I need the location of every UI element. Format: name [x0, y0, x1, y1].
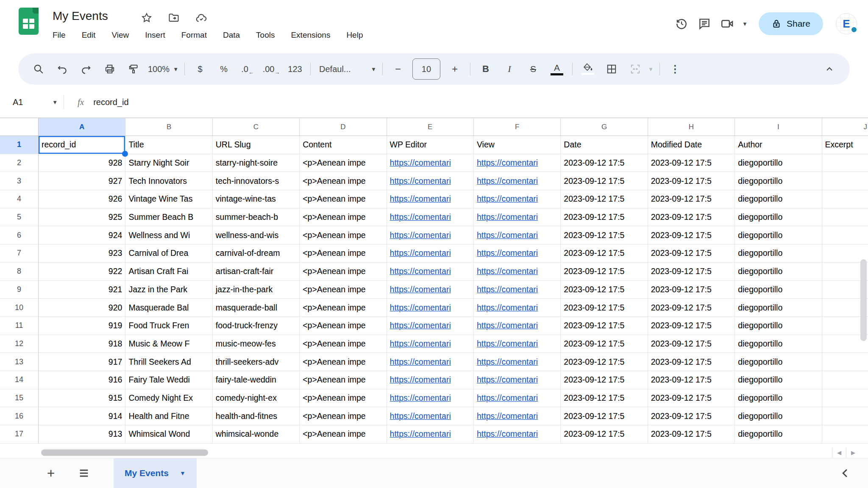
cell-F5[interactable]: https://comentari: [474, 208, 561, 227]
cell-F9[interactable]: https://comentari: [474, 281, 561, 299]
cell-I3[interactable]: diegoportillo: [735, 172, 822, 190]
italic-button[interactable]: I: [500, 59, 519, 79]
cell-I2[interactable]: diegoportillo: [735, 154, 822, 172]
cell-H6[interactable]: 2023-09-12 17:5: [648, 226, 735, 244]
cell-G3[interactable]: 2023-09-12 17:5: [561, 172, 648, 190]
row-header-6[interactable]: 6: [0, 226, 39, 244]
column-header-J[interactable]: J: [822, 118, 868, 136]
cell-H5[interactable]: 2023-09-12 17:5: [648, 208, 735, 227]
cell-A2[interactable]: 928: [39, 154, 125, 172]
row-header-5[interactable]: 5: [0, 208, 39, 227]
increase-font-size-button[interactable]: +: [445, 59, 464, 79]
cell-I5[interactable]: diegoportillo: [735, 208, 822, 227]
cell-F17[interactable]: https://comentari: [474, 425, 561, 444]
show-side-panel-chevron-icon[interactable]: [838, 466, 853, 480]
cell-H12[interactable]: 2023-09-12 17:5: [648, 335, 735, 353]
borders-button[interactable]: [602, 59, 621, 79]
cell-I15[interactable]: diegoportillo: [735, 389, 822, 408]
cell-E16[interactable]: https://comentari: [387, 407, 474, 425]
row-header-1[interactable]: 1: [0, 136, 39, 154]
meet-video-icon[interactable]: [716, 12, 739, 35]
cell-D4[interactable]: <p>Aenean impe: [300, 190, 387, 208]
column-header-F[interactable]: F: [474, 118, 561, 136]
share-button[interactable]: Share: [759, 12, 823, 35]
cell-D10[interactable]: <p>Aenean impe: [300, 299, 387, 317]
cell-B4[interactable]: Vintage Wine Tas: [125, 190, 212, 208]
cell-E7[interactable]: https://comentari: [387, 244, 474, 263]
cell-B12[interactable]: Music & Meow F: [125, 335, 212, 353]
text-color-button[interactable]: A: [548, 59, 566, 79]
meet-dropdown-caret-icon[interactable]: ▼: [742, 21, 748, 27]
cell-E9[interactable]: https://comentari: [387, 281, 474, 299]
cell-A12[interactable]: 918: [39, 335, 125, 353]
cell-D12[interactable]: <p>Aenean impe: [300, 335, 387, 353]
cell-F11[interactable]: https://comentari: [474, 317, 561, 335]
redo-icon[interactable]: [77, 59, 95, 79]
cell-B6[interactable]: Wellness and Wi: [125, 226, 212, 244]
cell-A7[interactable]: 923: [39, 244, 125, 263]
row-header-10[interactable]: 10: [0, 299, 39, 317]
cell-A9[interactable]: 921: [39, 281, 125, 299]
cell-A3[interactable]: 927: [39, 172, 125, 190]
cell-B14[interactable]: Fairy Tale Weddi: [125, 371, 212, 389]
row-header-2[interactable]: 2: [0, 154, 39, 172]
cell-A14[interactable]: 916: [39, 371, 125, 389]
name-box[interactable]: A1 ▼: [0, 97, 64, 107]
cell-G11[interactable]: 2023-09-12 17:5: [561, 317, 648, 335]
row-header-16[interactable]: 16: [0, 407, 39, 425]
cell-E14[interactable]: https://comentari: [387, 371, 474, 389]
cell-F10[interactable]: https://comentari: [474, 299, 561, 317]
cell-E6[interactable]: https://comentari: [387, 226, 474, 244]
cell-H14[interactable]: 2023-09-12 17:5: [648, 371, 735, 389]
cell-D3[interactable]: <p>Aenean impe: [300, 172, 387, 190]
cell-H1[interactable]: Modified Date: [648, 136, 735, 154]
cell-D17[interactable]: <p>Aenean impe: [300, 425, 387, 444]
row-header-3[interactable]: 3: [0, 172, 39, 190]
menu-edit[interactable]: Edit: [82, 30, 96, 40]
cell-I17[interactable]: diegoportillo: [735, 425, 822, 444]
cell-F13[interactable]: https://comentari: [474, 353, 561, 371]
hide-menus-chevron-icon[interactable]: [820, 59, 839, 79]
menu-insert[interactable]: Insert: [145, 30, 165, 40]
cell-E8[interactable]: https://comentari: [387, 263, 474, 281]
cell-C8[interactable]: artisan-craft-fair: [213, 263, 300, 281]
cell-G5[interactable]: 2023-09-12 17:5: [561, 208, 648, 227]
cell-C2[interactable]: starry-night-soire: [213, 154, 300, 172]
cell-E13[interactable]: https://comentari: [387, 353, 474, 371]
cell-A17[interactable]: 913: [39, 425, 125, 444]
cell-D11[interactable]: <p>Aenean impe: [300, 317, 387, 335]
paint-format-icon[interactable]: [124, 59, 143, 79]
cell-F2[interactable]: https://comentari: [474, 154, 561, 172]
row-header-17[interactable]: 17: [0, 425, 39, 444]
cell-C13[interactable]: thrill-seekers-adv: [213, 353, 300, 371]
vertical-scrollbar-thumb[interactable]: [860, 259, 867, 341]
column-header-D[interactable]: D: [300, 118, 387, 136]
vertical-scrollbar[interactable]: [860, 254, 867, 447]
cell-A6[interactable]: 924: [39, 226, 125, 244]
cell-I10[interactable]: diegoportillo: [735, 299, 822, 317]
cell-C16[interactable]: health-and-fitnes: [213, 407, 300, 425]
cell-F12[interactable]: https://comentari: [474, 335, 561, 353]
increase-decimals-button[interactable]: .00→: [262, 59, 281, 79]
cell-B7[interactable]: Carnival of Drea: [125, 244, 212, 263]
cell-A11[interactable]: 919: [39, 317, 125, 335]
cell-G8[interactable]: 2023-09-12 17:5: [561, 263, 648, 281]
cell-E10[interactable]: https://comentari: [387, 299, 474, 317]
strikethrough-button[interactable]: S: [524, 59, 542, 79]
cell-J5[interactable]: [822, 208, 868, 227]
search-menus-icon[interactable]: [29, 59, 48, 79]
cell-J1[interactable]: Excerpt: [822, 136, 868, 154]
cell-D6[interactable]: <p>Aenean impe: [300, 226, 387, 244]
format-percent-button[interactable]: %: [214, 59, 233, 79]
cell-I4[interactable]: diegoportillo: [735, 190, 822, 208]
cell-G13[interactable]: 2023-09-12 17:5: [561, 353, 648, 371]
cell-F6[interactable]: https://comentari: [474, 226, 561, 244]
menu-data[interactable]: Data: [223, 30, 240, 40]
formula-input[interactable]: record_id: [93, 97, 128, 107]
star-icon[interactable]: [141, 12, 153, 24]
cell-G10[interactable]: 2023-09-12 17:5: [561, 299, 648, 317]
cell-I14[interactable]: diegoportillo: [735, 371, 822, 389]
cell-D7[interactable]: <p>Aenean impe: [300, 244, 387, 263]
print-icon[interactable]: [100, 59, 119, 79]
cell-A13[interactable]: 917: [39, 353, 125, 371]
